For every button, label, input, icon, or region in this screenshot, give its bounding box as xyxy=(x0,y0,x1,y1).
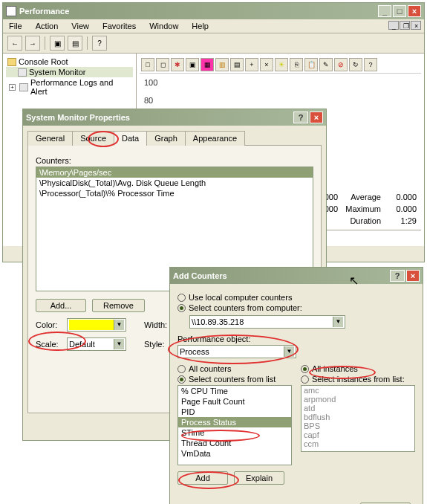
props-help-button[interactable]: ? xyxy=(293,112,308,123)
props-close-button[interactable]: × xyxy=(310,112,323,123)
instance-item: atd xyxy=(301,404,414,413)
counter-item[interactable]: % CPU Time xyxy=(178,386,291,396)
explain-button[interactable]: Explain xyxy=(234,471,284,485)
expander-icon[interactable]: + xyxy=(9,84,16,91)
folder-icon xyxy=(7,58,16,66)
nav-back-button[interactable]: ← xyxy=(7,36,22,51)
properties-icon[interactable]: ✎ xyxy=(319,58,333,71)
radio-icon xyxy=(177,365,186,373)
chevron-down-icon[interactable]: ▼ xyxy=(114,320,124,330)
view-log-icon[interactable]: ▣ xyxy=(186,58,199,71)
maximize-button[interactable]: □ xyxy=(393,5,406,17)
radio-all-instances[interactable]: All instances xyxy=(301,364,415,373)
tree-item-perflogs[interactable]: + Performance Logs and Alert xyxy=(6,77,133,97)
counter-listbox[interactable]: % CPU Time Page Fault Count PID Process … xyxy=(177,385,292,465)
logs-icon xyxy=(19,83,28,91)
update-icon[interactable]: ↻ xyxy=(349,58,362,71)
instance-item: BPS xyxy=(301,421,414,430)
menu-view[interactable]: View xyxy=(68,21,92,31)
main-toolbar: ← → ▣ ▤ ? xyxy=(3,33,424,54)
menu-favorites[interactable]: Favorites xyxy=(100,21,139,31)
color-combo[interactable]: ▼ xyxy=(67,318,126,332)
tab-data[interactable]: Data xyxy=(114,131,147,146)
stat-duration-label: Duration xyxy=(344,216,381,225)
nav-forward-button[interactable]: → xyxy=(25,36,40,51)
radio-select-computer[interactable]: Select counters from computer: xyxy=(177,303,415,312)
addc-close-button[interactable]: × xyxy=(406,270,420,282)
tree-root-label: Console Root xyxy=(19,57,68,66)
freeze-icon[interactable]: ⊘ xyxy=(334,58,348,71)
stat-average-label: Average xyxy=(344,193,381,201)
counter-item[interactable]: VmData xyxy=(178,448,291,459)
counter-item[interactable]: \PhysicalDisk(_Total)\Avg. Disk Queue Le… xyxy=(36,178,313,188)
tree-root[interactable]: Console Root xyxy=(6,56,133,67)
instance-item: bdflush xyxy=(301,413,414,421)
radio-select-counters[interactable]: Select counters from list xyxy=(177,375,292,384)
paste-icon[interactable]: 📋 xyxy=(304,58,318,71)
addc-help-button[interactable]: ? xyxy=(390,270,405,282)
close-button[interactable]: × xyxy=(408,5,421,17)
menu-help[interactable]: Help xyxy=(189,21,212,31)
chart-toolbar: □ ◻ ✱ ▣ ▦ ▥ ▤ + × ☀ ⎘ 📋 ✎ ⊘ ↻ ? xyxy=(140,56,421,74)
menu-action[interactable]: Action xyxy=(33,21,62,31)
mdi-minimize[interactable]: _ xyxy=(388,21,399,30)
mdi-close[interactable]: × xyxy=(411,21,421,30)
computer-combo[interactable]: \\10.89.35.218 ▼ xyxy=(189,315,345,329)
view-report-icon[interactable]: ▤ xyxy=(230,58,244,71)
chevron-down-icon[interactable]: ▼ xyxy=(284,346,294,357)
counter-item[interactable]: \Memory\Pages/sec xyxy=(36,167,313,178)
new-window-button[interactable]: ▤ xyxy=(68,36,82,51)
help-icon[interactable]: ? xyxy=(92,36,107,51)
add-button[interactable]: Add... xyxy=(36,299,86,312)
add-icon[interactable]: + xyxy=(245,58,258,71)
props-titlebar: System Monitor Properties ? × xyxy=(23,109,326,126)
radio-use-local[interactable]: Use local computer counters xyxy=(177,293,415,302)
chevron-down-icon[interactable]: ▼ xyxy=(114,339,124,349)
view-current-icon[interactable]: ✱ xyxy=(171,58,184,71)
scale-label: Scale: xyxy=(36,340,62,349)
counter-item[interactable]: STime xyxy=(178,427,291,438)
radio-all-counters[interactable]: All counters xyxy=(177,364,292,373)
tab-general[interactable]: General xyxy=(27,131,73,146)
mdi-restore[interactable]: ❐ xyxy=(400,21,410,30)
radio-icon xyxy=(177,294,186,302)
copy-icon[interactable]: ⎘ xyxy=(290,58,303,71)
remove-button[interactable]: Remove xyxy=(92,299,145,312)
clear-display-icon[interactable]: ◻ xyxy=(156,58,169,71)
addc-add-button[interactable]: Add xyxy=(177,471,228,485)
chevron-down-icon[interactable]: ▼ xyxy=(333,317,343,327)
radio-select-instances[interactable]: Select instances from list: xyxy=(301,375,415,384)
view-graph-icon[interactable]: ▦ xyxy=(201,58,214,71)
help-chart-icon[interactable]: ? xyxy=(364,58,377,71)
computer-value: \\10.89.35.218 xyxy=(192,317,244,326)
tab-source[interactable]: Source xyxy=(72,131,114,146)
show-tree-button[interactable]: ▣ xyxy=(50,36,65,51)
counter-item[interactable]: \Processor(_Total)\% Processor Time xyxy=(36,188,313,198)
radio-icon xyxy=(301,375,309,384)
perfobj-label: Performance object: xyxy=(177,335,415,343)
menu-file[interactable]: File xyxy=(6,21,25,31)
tree-item-system-monitor[interactable]: System Monitor xyxy=(6,67,133,77)
view-histogram-icon[interactable]: ▥ xyxy=(215,58,229,71)
instance-item: amc xyxy=(301,386,414,395)
counter-item-selected[interactable]: Process Status xyxy=(178,417,291,427)
menu-window[interactable]: Window xyxy=(146,21,181,31)
counter-item[interactable]: Thread Count xyxy=(178,438,291,448)
color-label: Color: xyxy=(36,320,62,329)
scale-combo[interactable]: Default ▼ xyxy=(67,337,126,351)
counter-item[interactable]: Page Fault Count xyxy=(178,396,291,407)
scale-value: Default xyxy=(69,340,95,349)
highlight-icon[interactable]: ☀ xyxy=(275,58,288,71)
tab-graph[interactable]: Graph xyxy=(146,131,186,146)
perfobj-combo[interactable]: Process ▼ xyxy=(177,345,296,358)
performance-titlebar: Performance _ □ × xyxy=(3,3,424,19)
instance-item: ccm xyxy=(301,439,414,448)
counter-item[interactable]: PID xyxy=(178,407,291,417)
minimize-button[interactable]: _ xyxy=(378,5,391,17)
radio-label: Use local computer counters xyxy=(189,293,292,302)
tab-appearance[interactable]: Appearance xyxy=(185,131,245,146)
y-label-100: 100 xyxy=(144,78,417,87)
new-counter-set-icon[interactable]: □ xyxy=(141,58,154,71)
stat-average-val: 0.000 xyxy=(387,193,417,201)
delete-icon[interactable]: × xyxy=(260,58,273,71)
